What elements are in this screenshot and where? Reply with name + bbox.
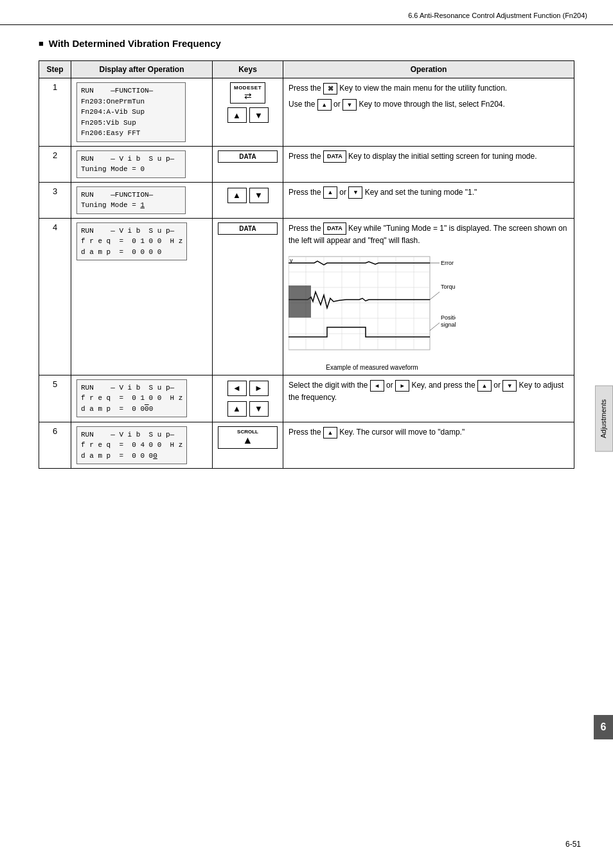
side-tab: Adjustments	[595, 386, 613, 452]
svg-text:Positioning completed: Positioning completed	[441, 314, 456, 321]
waveform-caption: Example of measured waveform	[289, 364, 456, 371]
modeset-inline-key: ⌘	[323, 83, 337, 95]
chapter-number: 6	[594, 715, 613, 739]
keys-4: DATA	[213, 218, 283, 375]
up-arrow-key: ▲	[227, 107, 247, 123]
scroll-inline-key: ▲	[323, 427, 337, 439]
keys-1: MODESET ⇄ ▲ ▼	[213, 78, 283, 147]
up-inline-key: ▲	[317, 99, 332, 111]
step-3: 3	[39, 182, 71, 218]
display-2: RUN — V i b S u p— Tuning Mode = 0	[71, 146, 213, 182]
right-inline-key: ►	[395, 380, 409, 392]
operation-3: Press the ▲ or ▼ Key and set the tuning …	[283, 182, 574, 218]
up-inline-key: ▲	[477, 380, 492, 392]
step-1: 1	[39, 78, 71, 147]
up-inline-key: ▲	[323, 186, 337, 198]
right-arrow-key: ►	[249, 381, 269, 396]
step-4: 4	[39, 218, 71, 375]
down-arrow-key: ▼	[249, 401, 269, 417]
page-number: 6-51	[565, 840, 581, 849]
keys-5: ◄ ► ▲ ▼	[213, 375, 283, 422]
table-row: 1 RUN —FUNCTION— Fn203:OnePrmTun Fn204:A…	[39, 78, 574, 147]
down-inline-key: ▼	[342, 99, 357, 111]
display-6: RUN — V i b S u p— f r e q = 0 4 0 0 H z…	[71, 422, 213, 469]
operation-4: Press the DATA Key while "Tuning Mode = …	[283, 218, 574, 375]
up-arrow-key: ▲	[227, 401, 247, 417]
display-1: RUN —FUNCTION— Fn203:OnePrmTun Fn204:A-V…	[71, 78, 213, 147]
svg-text:signal: signal	[441, 321, 456, 328]
keys-3: ▲ ▼	[213, 182, 283, 218]
step-table: Step Display after Operation Keys Operat…	[39, 60, 574, 469]
left-inline-key: ◄	[370, 380, 384, 392]
svg-line-17	[430, 292, 440, 300]
header-display: Display after Operation	[71, 61, 213, 78]
step-5: 5	[39, 375, 71, 422]
table-row: 5 RUN — V i b S u p— f r e q = 0 1 0 0 H…	[39, 375, 574, 422]
keys-2: DATA	[213, 146, 283, 182]
keys-6: SCROLL ▲	[213, 422, 283, 469]
table-row: 3 RUN —FUNCTION— Tuning Mode = 1 ▲ ▼	[39, 182, 574, 218]
header-text: 6.6 Anti-Resonance Control Adjustment Fu…	[408, 12, 587, 19]
step-2: 2	[39, 146, 71, 182]
operation-1: Press the ⌘ Key to view the main menu fo…	[283, 78, 574, 147]
operation-5: Select the digit with the ◄ or ► Key, an…	[283, 375, 574, 422]
down-inline-key: ▼	[502, 380, 517, 392]
step-6: 6	[39, 422, 71, 469]
down-arrow-key: ▼	[249, 188, 269, 203]
svg-text:Torque reference: Torque reference	[441, 284, 456, 290]
header-operation: Operation	[283, 61, 574, 78]
operation-6: Press the ▲ Key. The cursor will move to…	[283, 422, 574, 469]
svg-line-19	[430, 323, 440, 330]
left-arrow-key: ◄	[227, 381, 247, 396]
data-inline-key: DATA	[323, 222, 346, 234]
down-inline-key: ▼	[348, 186, 362, 198]
operation-2: Press the DATA Key to display the initia…	[283, 146, 574, 182]
scroll-key: SCROLL ▲	[218, 426, 278, 449]
section-title: With Determined Vibration Frequency	[39, 38, 574, 49]
header-step: Step	[39, 61, 71, 78]
data-key: DATA	[218, 150, 278, 163]
header-keys: Keys	[213, 61, 283, 78]
table-row: 2 RUN — V i b S u p— Tuning Mode = 0 DAT…	[39, 146, 574, 182]
display-5: RUN — V i b S u p— f r e q = 0 1 0 0 H z…	[71, 375, 213, 422]
svg-text:Error: Error	[441, 260, 454, 266]
page-header: 6.6 Anti-Resonance Control Adjustment Fu…	[0, 0, 613, 25]
data-inline-key: DATA	[323, 150, 346, 162]
down-arrow-key: ▼	[249, 107, 269, 123]
svg-rect-14	[289, 285, 311, 318]
display-3: RUN —FUNCTION— Tuning Mode = 1	[71, 182, 213, 218]
display-4: RUN — V i b S u p— f r e q = 0 1 0 0 H z…	[71, 218, 213, 375]
data-key: DATA	[218, 222, 278, 235]
up-arrow-key: ▲	[227, 188, 247, 203]
table-row: 6 RUN — V i b S u p— f r e q = 0 4 0 0 H…	[39, 422, 574, 469]
waveform-svg: y Error	[289, 253, 456, 363]
waveform-diagram: y Error	[289, 253, 456, 371]
table-row: 4 RUN — V i b S u p— f r e q = 0 1 0 0 H…	[39, 218, 574, 375]
main-content: With Determined Vibration Frequency Step…	[0, 25, 613, 494]
